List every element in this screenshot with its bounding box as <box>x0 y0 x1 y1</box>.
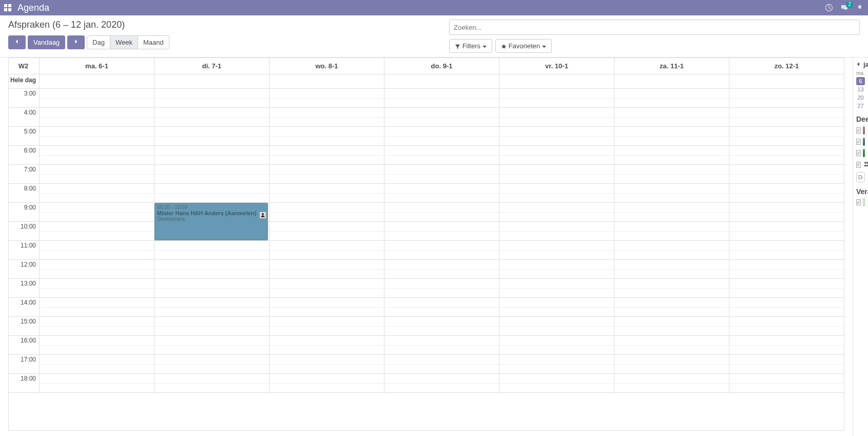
time-slot[interactable] <box>384 203 499 213</box>
day-column-mon[interactable] <box>40 89 155 393</box>
time-slot[interactable] <box>384 165 499 175</box>
time-slot[interactable] <box>614 89 729 99</box>
add-attendee-input[interactable] <box>856 172 865 182</box>
time-slot[interactable] <box>729 127 844 137</box>
time-slot[interactable] <box>269 108 384 118</box>
time-slot[interactable] <box>269 289 384 298</box>
time-slot[interactable] <box>155 99 269 108</box>
calendar-body[interactable]: 3:004:005:006:007:008:009:0010:0011:0012… <box>8 89 844 431</box>
time-slot[interactable] <box>614 355 729 365</box>
time-slot[interactable] <box>384 89 499 99</box>
time-slot[interactable] <box>269 298 384 308</box>
allday-cell[interactable] <box>155 74 269 88</box>
time-slot[interactable] <box>729 241 844 251</box>
time-slot[interactable] <box>155 279 269 289</box>
time-slot[interactable] <box>384 241 499 251</box>
time-slot[interactable] <box>269 194 384 203</box>
mini-cal-day[interactable]: 27 <box>856 102 865 110</box>
time-slot[interactable] <box>614 260 729 270</box>
time-slot[interactable] <box>269 127 384 137</box>
time-slot[interactable] <box>499 108 614 118</box>
time-slot[interactable] <box>40 241 154 251</box>
time-slot[interactable] <box>40 146 154 156</box>
time-slot[interactable] <box>155 289 269 298</box>
time-slot[interactable] <box>384 118 499 127</box>
time-slot[interactable] <box>614 298 729 308</box>
time-slot[interactable] <box>384 99 499 108</box>
time-slot[interactable] <box>729 289 844 298</box>
time-slot[interactable] <box>155 251 269 260</box>
time-slot[interactable] <box>499 194 614 203</box>
time-slot[interactable] <box>269 317 384 327</box>
time-slot[interactable] <box>269 260 384 270</box>
day-column-sat[interactable] <box>614 89 729 393</box>
time-slot[interactable] <box>155 108 269 118</box>
time-slot[interactable] <box>40 327 154 336</box>
day-column-tue[interactable]: 09:00 - 10:59 Mister Hans HAH Anders (Aa… <box>155 89 269 393</box>
time-slot[interactable] <box>155 355 269 365</box>
time-slot[interactable] <box>155 346 269 355</box>
search-input[interactable] <box>449 20 860 35</box>
time-slot[interactable] <box>40 298 154 308</box>
calendar-event[interactable]: 09:00 - 10:59 Mister Hans HAH Anders (Aa… <box>155 203 268 240</box>
check-icon[interactable]: ✓ <box>856 162 861 168</box>
view-week-button[interactable]: Week <box>110 35 138 49</box>
time-slot[interactable] <box>729 203 844 213</box>
time-slot[interactable] <box>614 194 729 203</box>
time-slot[interactable] <box>614 365 729 374</box>
time-slot[interactable] <box>499 99 614 108</box>
time-slot[interactable] <box>614 279 729 289</box>
time-slot[interactable] <box>155 298 269 308</box>
time-slot[interactable] <box>499 260 614 270</box>
time-slot[interactable] <box>384 365 499 374</box>
time-slot[interactable] <box>155 175 269 184</box>
time-slot[interactable] <box>729 232 844 241</box>
time-slot[interactable] <box>499 384 614 393</box>
time-slot[interactable] <box>729 184 844 194</box>
time-slot[interactable] <box>499 127 614 137</box>
time-slot[interactable] <box>384 108 499 118</box>
time-slot[interactable] <box>384 298 499 308</box>
day-header[interactable]: do. 9-1 <box>384 58 499 74</box>
time-slot[interactable] <box>499 289 614 298</box>
app-title[interactable]: Agenda <box>17 3 49 13</box>
time-slot[interactable] <box>40 289 154 298</box>
day-column-fri[interactable] <box>499 89 614 393</box>
time-slot[interactable] <box>499 270 614 279</box>
time-slot[interactable] <box>729 108 844 118</box>
time-slot[interactable] <box>155 270 269 279</box>
time-slot[interactable] <box>499 165 614 175</box>
time-slot[interactable] <box>40 336 154 346</box>
today-button[interactable]: Vandaag <box>28 35 65 49</box>
time-slot[interactable] <box>40 99 154 108</box>
time-slot[interactable] <box>155 308 269 317</box>
clock-icon[interactable] <box>825 4 833 12</box>
time-slot[interactable] <box>614 222 729 232</box>
time-slot[interactable] <box>40 127 154 137</box>
time-slot[interactable] <box>499 251 614 260</box>
time-slot[interactable] <box>269 308 384 317</box>
time-slot[interactable] <box>384 222 499 232</box>
day-column-wed[interactable] <box>269 89 384 393</box>
time-slot[interactable] <box>155 241 269 251</box>
time-slot[interactable] <box>614 175 729 184</box>
time-slot[interactable] <box>384 346 499 355</box>
time-slot[interactable] <box>384 260 499 270</box>
time-slot[interactable] <box>384 232 499 241</box>
time-slot[interactable] <box>40 156 154 165</box>
time-slot[interactable] <box>269 327 384 336</box>
time-slot[interactable] <box>155 365 269 374</box>
next-button[interactable] <box>67 35 85 49</box>
time-slot[interactable] <box>499 336 614 346</box>
time-slot[interactable] <box>614 289 729 298</box>
attendee-row[interactable]: ✓ <box>856 138 865 146</box>
time-slot[interactable] <box>729 327 844 336</box>
time-slot[interactable] <box>614 308 729 317</box>
check-icon[interactable]: ✓ <box>856 127 861 134</box>
time-slot[interactable] <box>499 213 614 222</box>
time-slot[interactable] <box>729 175 844 184</box>
time-slot[interactable] <box>269 99 384 108</box>
time-slot[interactable] <box>40 251 154 260</box>
time-slot[interactable] <box>269 175 384 184</box>
time-slot[interactable] <box>155 146 269 156</box>
